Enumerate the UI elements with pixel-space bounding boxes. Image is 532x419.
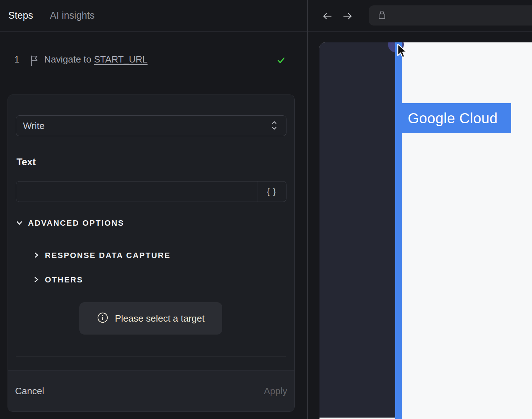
lock-icon <box>378 9 386 22</box>
step-number: 1 <box>14 54 19 65</box>
action-type-select[interactable]: Write <box>16 115 286 136</box>
step-title-text: Navigate to <box>44 54 94 65</box>
chevron-right-icon <box>33 276 40 285</box>
response-data-capture-label: RESPONSE DATA CAPTURE <box>45 251 171 260</box>
step-start-url-link[interactable]: START_URL <box>94 54 148 65</box>
page-dark-sidebar <box>319 42 395 418</box>
cancel-button[interactable]: Cancel <box>15 370 44 412</box>
flag-icon <box>29 54 39 69</box>
browser-viewport[interactable]: Google Cloud <box>319 42 532 419</box>
apply-button[interactable]: Apply <box>264 370 287 412</box>
step-item[interactable]: 1 Navigate to START_URL <box>0 53 308 68</box>
google-cloud-highlight[interactable]: Google Cloud <box>395 103 511 133</box>
step-success-check-icon <box>275 53 287 68</box>
tab-steps[interactable]: Steps <box>8 10 33 21</box>
toast-message: Please select a target <box>115 313 205 324</box>
response-data-capture-toggle[interactable]: RESPONSE DATA CAPTURE <box>33 251 171 260</box>
action-type-value: Write <box>23 120 270 132</box>
text-field-label: Text <box>17 157 36 168</box>
advanced-options-label: ADVANCED OPTIONS <box>28 218 124 228</box>
editor-footer: Cancel Apply <box>8 370 294 411</box>
tab-ai-insights[interactable]: AI insights <box>50 10 95 21</box>
element-highlight-stripe <box>395 42 402 419</box>
step-title: Navigate to START_URL <box>44 54 148 65</box>
step-editor-card: Write Text { } ADVANCED OPTIONS <box>8 95 295 412</box>
chevron-down-icon <box>15 219 23 228</box>
insert-variable-button[interactable]: { } <box>257 181 286 202</box>
text-input-row: { } <box>16 181 286 202</box>
address-input[interactable] <box>391 11 532 20</box>
mouse-cursor-icon <box>396 43 410 61</box>
advanced-options-toggle[interactable]: ADVANCED OPTIONS <box>15 218 124 228</box>
browser-preview-panel: Google Cloud <box>308 0 532 419</box>
others-label: OTHERS <box>45 275 83 285</box>
steps-panel: Steps AI insights 1 Navigate to START_UR… <box>0 0 308 419</box>
browser-topbar <box>308 0 532 32</box>
google-cloud-label: Google Cloud <box>408 110 498 126</box>
forward-arrow-icon[interactable] <box>341 10 354 22</box>
address-bar[interactable] <box>369 5 532 26</box>
chevron-right-icon <box>33 251 40 260</box>
panel-tab-bar: Steps AI insights <box>0 0 307 32</box>
back-arrow-icon[interactable] <box>321 10 333 22</box>
select-updown-icon <box>270 120 278 132</box>
footer-divider <box>16 356 286 356</box>
info-icon <box>97 312 108 325</box>
others-toggle[interactable]: OTHERS <box>33 275 83 285</box>
select-target-toast: Please select a target <box>79 302 222 335</box>
text-input[interactable] <box>16 181 257 202</box>
